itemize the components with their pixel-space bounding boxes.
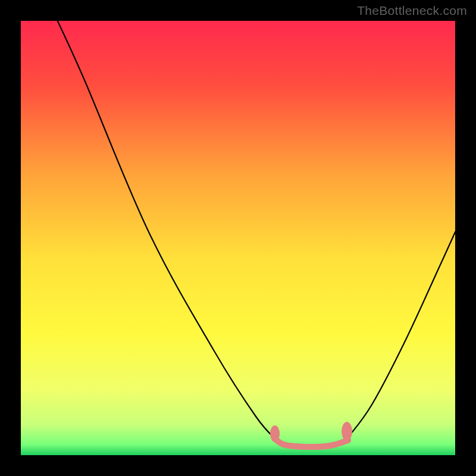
bottleneck-chart xyxy=(0,0,476,476)
attribution-label: TheBottleneck.com xyxy=(357,4,467,18)
optimal-zone-marker-left xyxy=(270,425,280,442)
optimal-zone-marker-right xyxy=(342,422,352,441)
